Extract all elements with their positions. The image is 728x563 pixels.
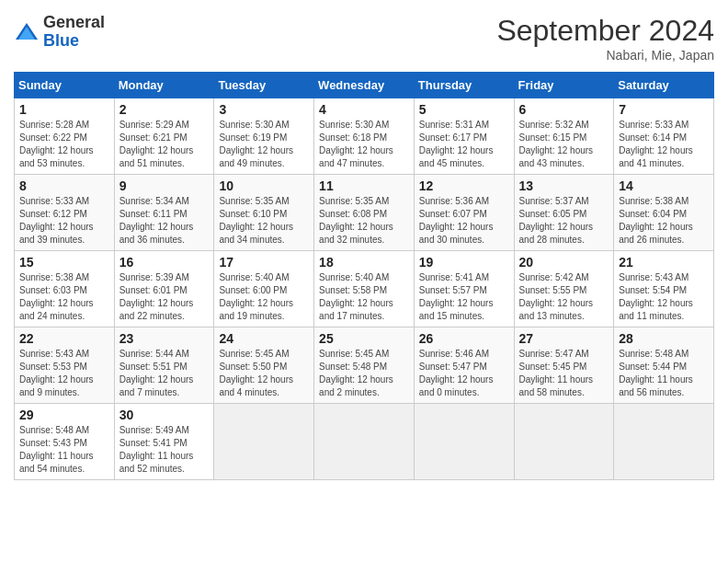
weekday-header: Wednesday	[314, 73, 415, 98]
day-number: 12	[419, 178, 509, 193]
calendar-day-cell: 26Sunrise: 5:46 AM Sunset: 5:47 PM Dayli…	[414, 327, 514, 404]
day-info: Sunrise: 5:43 AM Sunset: 5:54 PM Dayligh…	[619, 271, 709, 323]
day-info: Sunrise: 5:40 AM Sunset: 5:58 PM Dayligh…	[319, 271, 409, 323]
day-info: Sunrise: 5:41 AM Sunset: 5:57 PM Dayligh…	[419, 271, 509, 323]
day-number: 28	[619, 331, 709, 346]
day-info: Sunrise: 5:46 AM Sunset: 5:47 PM Dayligh…	[419, 348, 509, 399]
day-info: Sunrise: 5:32 AM Sunset: 6:15 PM Dayligh…	[519, 119, 609, 170]
calendar-week-row: 22Sunrise: 5:43 AM Sunset: 5:53 PM Dayli…	[15, 327, 714, 404]
day-number: 16	[119, 255, 210, 270]
day-number: 25	[319, 331, 409, 346]
day-number: 20	[519, 255, 609, 270]
day-info: Sunrise: 5:42 AM Sunset: 5:55 PM Dayligh…	[519, 271, 609, 323]
calendar-day-cell: 21Sunrise: 5:43 AM Sunset: 5:54 PM Dayli…	[614, 251, 714, 327]
calendar-day-cell: 15Sunrise: 5:38 AM Sunset: 6:03 PM Dayli…	[15, 251, 115, 327]
weekday-header: Tuesday	[214, 73, 314, 98]
calendar-day-cell: 12Sunrise: 5:36 AM Sunset: 6:07 PM Dayli…	[414, 175, 514, 251]
calendar-week-row: 8Sunrise: 5:33 AM Sunset: 6:12 PM Daylig…	[15, 175, 714, 251]
day-number: 10	[219, 178, 309, 193]
logo: General Blue	[14, 14, 105, 51]
calendar-empty-cell	[414, 404, 514, 480]
calendar-day-cell: 25Sunrise: 5:45 AM Sunset: 5:48 PM Dayli…	[314, 327, 415, 404]
day-number: 24	[219, 331, 309, 346]
day-number: 13	[519, 178, 609, 193]
calendar-day-cell: 7Sunrise: 5:33 AM Sunset: 6:14 PM Daylig…	[614, 98, 714, 175]
day-number: 26	[419, 331, 509, 346]
calendar-day-cell: 19Sunrise: 5:41 AM Sunset: 5:57 PM Dayli…	[414, 251, 514, 327]
calendar-day-cell: 14Sunrise: 5:38 AM Sunset: 6:04 PM Dayli…	[614, 175, 714, 251]
day-number: 7	[619, 102, 709, 117]
calendar-empty-cell	[514, 404, 614, 480]
day-number: 9	[119, 178, 210, 193]
calendar-day-cell: 24Sunrise: 5:45 AM Sunset: 5:50 PM Dayli…	[214, 327, 314, 404]
calendar-day-cell: 30Sunrise: 5:49 AM Sunset: 5:41 PM Dayli…	[114, 404, 214, 480]
day-info: Sunrise: 5:30 AM Sunset: 6:18 PM Dayligh…	[319, 119, 409, 170]
calendar-day-cell: 5Sunrise: 5:31 AM Sunset: 6:17 PM Daylig…	[414, 98, 514, 175]
day-number: 22	[19, 331, 109, 346]
calendar-week-row: 29Sunrise: 5:48 AM Sunset: 5:43 PM Dayli…	[15, 404, 714, 480]
day-info: Sunrise: 5:45 AM Sunset: 5:48 PM Dayligh…	[319, 348, 409, 399]
calendar-day-cell: 3Sunrise: 5:30 AM Sunset: 6:19 PM Daylig…	[214, 98, 314, 175]
day-number: 2	[119, 102, 210, 117]
day-info: Sunrise: 5:37 AM Sunset: 6:05 PM Dayligh…	[519, 195, 609, 247]
day-info: Sunrise: 5:48 AM Sunset: 5:44 PM Dayligh…	[619, 348, 709, 399]
day-number: 17	[219, 255, 309, 270]
day-number: 8	[19, 178, 109, 193]
weekday-header: Monday	[114, 73, 214, 98]
calendar-empty-cell	[214, 404, 314, 480]
calendar-day-cell: 10Sunrise: 5:35 AM Sunset: 6:10 PM Dayli…	[214, 175, 314, 251]
calendar-day-cell: 22Sunrise: 5:43 AM Sunset: 5:53 PM Dayli…	[15, 327, 115, 404]
logo-icon	[14, 19, 40, 45]
day-info: Sunrise: 5:29 AM Sunset: 6:21 PM Dayligh…	[119, 119, 210, 170]
calendar-day-cell: 13Sunrise: 5:37 AM Sunset: 6:05 PM Dayli…	[514, 175, 614, 251]
calendar-day-cell: 1Sunrise: 5:28 AM Sunset: 6:22 PM Daylig…	[15, 98, 115, 175]
calendar-empty-cell	[314, 404, 415, 480]
calendar-day-cell: 29Sunrise: 5:48 AM Sunset: 5:43 PM Dayli…	[15, 404, 115, 480]
title-section: September 2024 Nabari, Mie, Japan	[496, 14, 714, 63]
day-number: 15	[19, 255, 109, 270]
day-number: 30	[119, 408, 210, 422]
calendar-day-cell: 17Sunrise: 5:40 AM Sunset: 6:00 PM Dayli…	[214, 251, 314, 327]
calendar-table: SundayMondayTuesdayWednesdayThursdayFrid…	[14, 72, 714, 480]
day-number: 14	[619, 178, 709, 193]
day-info: Sunrise: 5:30 AM Sunset: 6:19 PM Dayligh…	[219, 119, 309, 170]
calendar-day-cell: 18Sunrise: 5:40 AM Sunset: 5:58 PM Dayli…	[314, 251, 415, 327]
calendar-empty-cell	[614, 404, 714, 480]
day-number: 3	[219, 102, 309, 117]
calendar-week-row: 15Sunrise: 5:38 AM Sunset: 6:03 PM Dayli…	[15, 251, 714, 327]
day-info: Sunrise: 5:49 AM Sunset: 5:41 PM Dayligh…	[119, 424, 210, 476]
day-info: Sunrise: 5:45 AM Sunset: 5:50 PM Dayligh…	[219, 348, 309, 399]
day-number: 19	[419, 255, 509, 270]
day-info: Sunrise: 5:33 AM Sunset: 6:12 PM Dayligh…	[19, 195, 109, 247]
calendar-day-cell: 9Sunrise: 5:34 AM Sunset: 6:11 PM Daylig…	[114, 175, 214, 251]
day-info: Sunrise: 5:38 AM Sunset: 6:03 PM Dayligh…	[19, 271, 109, 323]
day-info: Sunrise: 5:48 AM Sunset: 5:43 PM Dayligh…	[19, 424, 109, 476]
day-info: Sunrise: 5:40 AM Sunset: 6:00 PM Dayligh…	[219, 271, 309, 323]
day-info: Sunrise: 5:33 AM Sunset: 6:14 PM Dayligh…	[619, 119, 709, 170]
month-title: September 2024	[496, 14, 714, 48]
calendar-day-cell: 16Sunrise: 5:39 AM Sunset: 6:01 PM Dayli…	[114, 251, 214, 327]
day-number: 11	[319, 178, 409, 193]
weekday-header-row: SundayMondayTuesdayWednesdayThursdayFrid…	[15, 73, 714, 98]
day-number: 27	[519, 331, 609, 346]
day-number: 23	[119, 331, 210, 346]
day-info: Sunrise: 5:31 AM Sunset: 6:17 PM Dayligh…	[419, 119, 509, 170]
calendar-week-row: 1Sunrise: 5:28 AM Sunset: 6:22 PM Daylig…	[15, 98, 714, 175]
weekday-header: Sunday	[15, 73, 115, 98]
calendar-day-cell: 6Sunrise: 5:32 AM Sunset: 6:15 PM Daylig…	[514, 98, 614, 175]
day-info: Sunrise: 5:43 AM Sunset: 5:53 PM Dayligh…	[19, 348, 109, 399]
day-info: Sunrise: 5:47 AM Sunset: 5:45 PM Dayligh…	[519, 348, 609, 399]
day-number: 29	[19, 408, 109, 422]
day-info: Sunrise: 5:28 AM Sunset: 6:22 PM Dayligh…	[19, 119, 109, 170]
weekday-header: Saturday	[614, 73, 714, 98]
day-number: 5	[419, 102, 509, 117]
day-number: 21	[619, 255, 709, 270]
day-info: Sunrise: 5:44 AM Sunset: 5:51 PM Dayligh…	[119, 348, 210, 399]
day-number: 4	[319, 102, 409, 117]
day-number: 6	[519, 102, 609, 117]
calendar-day-cell: 28Sunrise: 5:48 AM Sunset: 5:44 PM Dayli…	[614, 327, 714, 404]
day-info: Sunrise: 5:34 AM Sunset: 6:11 PM Dayligh…	[119, 195, 210, 247]
calendar-day-cell: 2Sunrise: 5:29 AM Sunset: 6:21 PM Daylig…	[114, 98, 214, 175]
day-number: 18	[319, 255, 409, 270]
logo-text: General Blue	[43, 14, 105, 51]
